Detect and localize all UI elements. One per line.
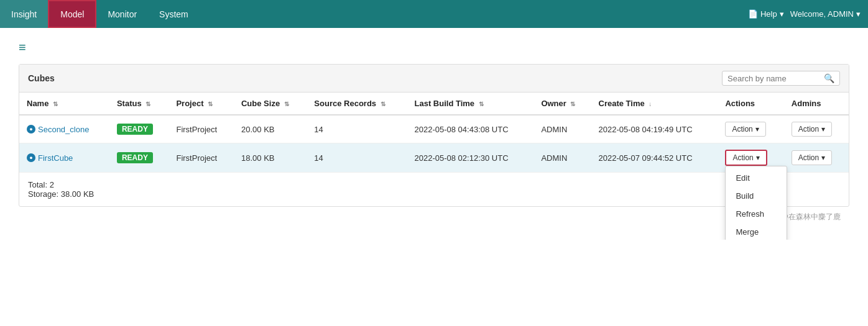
sort-icon-status: ⇅ (145, 101, 150, 107)
help-icon: 📄 (748, 9, 758, 19)
col-last-build-time[interactable]: Last Build Time ⇅ (407, 93, 533, 115)
welcome-label: Welcome, ADMIN (790, 9, 854, 19)
cell-create-time-row1: 2022-05-08 04:19:49 UTC (591, 115, 718, 143)
col-owner[interactable]: Owner ⇅ (533, 93, 591, 115)
col-admins: Admins (784, 93, 849, 115)
cell-actions-row2: Action ▾ Edit Build Refresh Merge Disabl… (718, 143, 783, 173)
action-label-row2: Action (732, 153, 753, 162)
admin-action-arrow-row2: ▾ (821, 153, 825, 162)
action-dropdown-row2: Action ▾ Edit Build Refresh Merge Disabl… (725, 150, 767, 166)
search-box: 🔍 (722, 71, 840, 86)
table-row: ● Second_clone READY FirstProject 20.00 … (19, 115, 849, 143)
help-label: Help (760, 9, 777, 19)
action-arrow-row2: ▾ (756, 153, 760, 162)
table-header-bar: Cubes 🔍 (19, 65, 849, 93)
search-input[interactable] (727, 74, 821, 83)
sort-icon-source-records: ⇅ (381, 101, 386, 107)
sort-icon-name: ⇅ (53, 101, 58, 107)
action-button-row1[interactable]: Action ▾ (725, 122, 765, 137)
dropdown-item-refresh[interactable]: Refresh (726, 205, 787, 223)
table-title: Cubes (28, 73, 55, 83)
sort-icon-create-time: ↓ (649, 101, 652, 107)
cube-icon-row2: ● (27, 153, 35, 162)
help-arrow-icon: ▾ (780, 9, 784, 19)
table-row: ● FirstCube READY FirstProject 18.00 KB … (19, 143, 849, 173)
help-button[interactable]: 📄 Help ▾ (748, 9, 784, 19)
col-create-time[interactable]: Create Time ↓ (591, 93, 718, 115)
nav-item-system[interactable]: System (148, 0, 200, 28)
cell-project-row2: FirstProject (169, 143, 234, 173)
nav-item-insight[interactable]: Insight (0, 0, 48, 28)
table-header-row: Name ⇅ Status ⇅ Project ⇅ Cube Size ⇅ So… (19, 93, 849, 115)
cell-status-row1: READY (109, 115, 169, 143)
footer-storage: Storage: 38.00 KB (28, 189, 840, 199)
cell-admins-row1: Action ▾ (784, 115, 849, 143)
cubes-table-section: Cubes 🔍 Name ⇅ Status ⇅ Project ⇅ Cube S… (19, 64, 849, 207)
col-name[interactable]: Name ⇅ (19, 93, 109, 115)
search-icon: 🔍 (824, 73, 834, 83)
cell-owner-row2: ADMIN (533, 143, 591, 173)
sort-icon-cube-size: ⇅ (284, 101, 289, 107)
table-head: Name ⇅ Status ⇅ Project ⇅ Cube Size ⇅ So… (19, 93, 849, 115)
col-status[interactable]: Status ⇅ (109, 93, 169, 115)
cell-last-build-time-row1: 2022-05-08 04:43:08 UTC (407, 115, 533, 143)
action-label-row1: Action (732, 125, 752, 134)
cell-project-row1: FirstProject (169, 115, 234, 143)
status-badge-row2: READY (117, 152, 153, 163)
action-button-row2[interactable]: Action ▾ (725, 150, 767, 166)
welcome-arrow-icon: ▾ (856, 9, 861, 19)
sort-icon-owner: ⇅ (570, 101, 575, 107)
cell-status-row2: READY (109, 143, 169, 173)
cell-create-time-row2: 2022-05-07 09:44:52 UTC (591, 143, 718, 173)
action-arrow-row1: ▾ (755, 125, 759, 134)
footer-total: Total: 2 (28, 180, 840, 189)
admin-action-button-row2[interactable]: Action ▾ (792, 150, 832, 165)
action-dropdown-menu: Edit Build Refresh Merge Disable Clone (725, 166, 787, 240)
status-badge-row1: READY (117, 124, 153, 135)
cell-cube-size-row2: 18.00 KB (234, 143, 307, 173)
cell-name-row1: ● Second_clone (19, 115, 109, 143)
cube-link-row1[interactable]: ● Second_clone (27, 125, 102, 134)
cell-cube-size-row1: 20.00 KB (234, 115, 307, 143)
dropdown-item-edit[interactable]: Edit (726, 169, 787, 187)
table-body: ● Second_clone READY FirstProject 20.00 … (19, 115, 849, 173)
nav-item-model[interactable]: Model (48, 0, 96, 28)
col-source-records[interactable]: Source Records ⇅ (307, 93, 407, 115)
navbar-right: 📄 Help ▾ Welcome, ADMIN ▾ (748, 0, 868, 28)
table-footer: Total: 2 Storage: 38.00 KB (19, 173, 849, 206)
cell-name-row2: ● FirstCube (19, 143, 109, 173)
admin-action-label-row2: Action (798, 153, 819, 162)
col-project[interactable]: Project ⇅ (169, 93, 234, 115)
sort-icon-last-build-time: ⇅ (479, 101, 484, 107)
cubes-table: Name ⇅ Status ⇅ Project ⇅ Cube Size ⇅ So… (19, 93, 849, 173)
cell-actions-row1: Action ▾ (718, 115, 783, 143)
welcome-button[interactable]: Welcome, ADMIN ▾ (790, 9, 861, 19)
hamburger-button[interactable]: ≡ (19, 40, 849, 55)
col-cube-size[interactable]: Cube Size ⇅ (234, 93, 307, 115)
admin-action-button-row1[interactable]: Action ▾ (792, 122, 832, 137)
admin-action-arrow-row1: ▾ (821, 125, 825, 134)
cell-source-records-row1: 14 (307, 115, 407, 143)
col-actions: Actions (718, 93, 783, 115)
cell-owner-row1: ADMIN (533, 115, 591, 143)
dropdown-item-build[interactable]: Build (726, 187, 787, 205)
sort-icon-project: ⇅ (208, 101, 213, 107)
main-content: ≡ Cubes 🔍 Name ⇅ Status ⇅ Project ⇅ Cube… (0, 28, 868, 240)
cube-link-row2[interactable]: ● FirstCube (27, 153, 102, 163)
cell-admins-row2: Action ▾ (784, 143, 849, 173)
cell-last-build-time-row2: 2022-05-08 02:12:30 UTC (407, 143, 533, 173)
navbar: Insight Model Monitor System 📄 Help ▾ We… (0, 0, 868, 28)
admin-action-label-row1: Action (798, 125, 819, 134)
dropdown-item-merge[interactable]: Merge (726, 223, 787, 240)
cell-source-records-row2: 14 (307, 143, 407, 173)
hamburger-icon: ≡ (19, 40, 26, 54)
cube-icon-row1: ● (27, 125, 35, 134)
nav-item-monitor[interactable]: Monitor (96, 0, 148, 28)
cube-name-row1: Second_clone (38, 125, 89, 134)
navbar-left: Insight Model Monitor System (0, 0, 200, 28)
cube-name-row2: FirstCube (38, 153, 73, 163)
